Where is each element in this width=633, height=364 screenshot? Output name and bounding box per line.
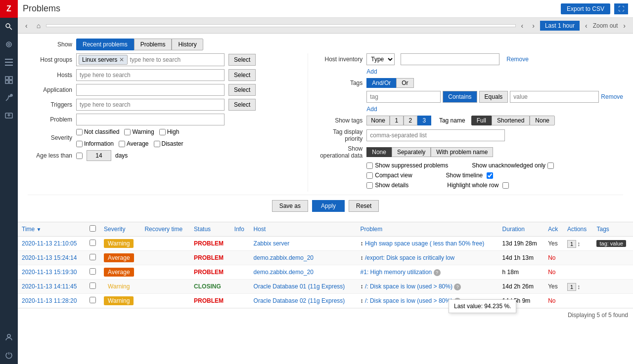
nav-prev2-button[interactable]: ‹: [582, 20, 591, 31]
apply-button[interactable]: Apply: [312, 200, 345, 212]
tags-add-link[interactable]: Add: [366, 106, 377, 113]
action-icon[interactable]: ↕: [577, 240, 581, 247]
hosts-input[interactable]: [76, 69, 225, 81]
inventory-add-link[interactable]: Add: [366, 68, 377, 75]
host-link[interactable]: Oracle Database 02 (11g Express): [254, 297, 345, 304]
problem-link[interactable]: /: Disk space is low (used > 80%): [365, 297, 452, 304]
op-with-problem-button[interactable]: With problem name: [431, 147, 493, 157]
nav-home-button[interactable]: ⌂: [33, 20, 44, 31]
suppressed-checkbox[interactable]: [366, 162, 373, 169]
row-checkbox[interactable]: [90, 268, 96, 275]
host-link[interactable]: Oracle Database 01 (11g Express): [254, 283, 345, 290]
severity-warning-check[interactable]: [124, 129, 131, 135]
sidebar-icon-search[interactable]: [0, 18, 18, 36]
col-recovery[interactable]: Recovery time: [140, 222, 190, 237]
show-tags-1-button[interactable]: 1: [390, 116, 404, 125]
timeline-checkbox[interactable]: [487, 172, 493, 179]
col-checkbox[interactable]: [86, 222, 100, 237]
severity-not-classified-check[interactable]: [76, 129, 83, 135]
row-checkbox[interactable]: [90, 240, 96, 246]
host-link[interactable]: Zabbix server: [254, 240, 290, 247]
time-cell[interactable]: 2020-11-13 21:10:05: [18, 237, 86, 251]
inventory-remove-link[interactable]: Remove: [506, 56, 529, 63]
show-recent-problems-button[interactable]: Recent problems: [76, 39, 134, 50]
severity-information-check[interactable]: [76, 141, 83, 147]
severity-disaster-check[interactable]: [154, 141, 160, 147]
severity-high-check[interactable]: [159, 129, 166, 135]
nav-next2-button[interactable]: ›: [620, 20, 629, 31]
col-tags[interactable]: Tags: [592, 222, 633, 237]
nav-prev-button[interactable]: ‹: [518, 20, 527, 31]
show-problems-button[interactable]: Problems: [134, 39, 172, 50]
andor-button[interactable]: And/Or: [366, 78, 396, 88]
host-group-remove-icon[interactable]: ✕: [119, 56, 124, 63]
show-history-button[interactable]: History: [172, 39, 203, 50]
problem-link[interactable]: High swap space usage ( less than 50% fr…: [365, 240, 484, 247]
highlight-checkbox[interactable]: [502, 182, 509, 189]
sidebar-icon-dashboard[interactable]: [0, 71, 18, 89]
tag-priority-input[interactable]: [366, 129, 505, 141]
tag-contains-button[interactable]: Contains: [443, 91, 477, 103]
severity-average-check[interactable]: [119, 141, 125, 147]
age-checkbox[interactable]: [76, 153, 83, 159]
host-groups-search-input[interactable]: [130, 56, 222, 63]
problem-link[interactable]: /: Disk space is low (used > 80%): [365, 283, 452, 290]
row-checkbox[interactable]: [90, 297, 96, 303]
hosts-select-button[interactable]: Select: [228, 69, 256, 81]
help-icon[interactable]: ?: [434, 269, 441, 276]
host-groups-select-button[interactable]: Select: [228, 54, 256, 66]
row-checkbox[interactable]: [90, 254, 96, 260]
time-cell[interactable]: 2020-11-13 15:24:14: [18, 251, 86, 265]
row-checkbox[interactable]: [90, 283, 96, 289]
host-link[interactable]: demo.zabbix.demo_20: [254, 254, 314, 261]
triggers-select-button[interactable]: Select: [228, 99, 256, 111]
tag-key-input[interactable]: [366, 91, 441, 103]
nav-back-button[interactable]: ‹: [22, 20, 31, 31]
fullscreen-button[interactable]: ⛶: [614, 3, 628, 14]
host-groups-container[interactable]: Linux servers ✕: [76, 53, 225, 66]
or-button[interactable]: Or: [396, 78, 413, 88]
tag-name-shortened-button[interactable]: Shortened: [492, 116, 530, 125]
application-select-button[interactable]: Select: [228, 84, 256, 96]
sidebar-icon-power[interactable]: [0, 346, 18, 364]
inventory-value-input[interactable]: [401, 53, 499, 65]
show-tags-none-button[interactable]: None: [366, 116, 390, 125]
inventory-type-select[interactable]: Type: [366, 53, 395, 65]
unacked-checkbox[interactable]: [547, 162, 554, 169]
save-as-button[interactable]: Save as: [272, 200, 308, 212]
select-all-checkbox[interactable]: [90, 225, 96, 232]
nav-next-button[interactable]: ›: [529, 20, 538, 31]
col-severity[interactable]: Severity: [100, 222, 140, 237]
col-actions[interactable]: Actions: [563, 222, 593, 237]
op-none-button[interactable]: None: [366, 147, 392, 157]
age-input[interactable]: [87, 150, 111, 161]
op-separately-button[interactable]: Separately: [392, 147, 431, 157]
details-checkbox[interactable]: [366, 182, 373, 189]
sidebar-icon-monitor[interactable]: [0, 36, 18, 53]
sidebar-logo[interactable]: Z: [0, 0, 18, 18]
time-cell[interactable]: 2020-11-13 15:19:30: [18, 265, 86, 280]
triggers-input[interactable]: [76, 99, 225, 111]
sidebar-icon-add[interactable]: [0, 107, 18, 124]
application-input[interactable]: [76, 84, 225, 96]
export-csv-button[interactable]: Export to CSV: [561, 3, 610, 14]
action-icon[interactable]: ↕: [577, 283, 581, 290]
col-info[interactable]: Info: [230, 222, 250, 237]
help-icon[interactable]: ?: [454, 283, 461, 290]
problem-link[interactable]: #1: High memory utilization: [361, 269, 432, 276]
col-host[interactable]: Host: [250, 222, 357, 237]
tag-remove-link[interactable]: Remove: [601, 93, 623, 100]
tag-equals-button[interactable]: Equals: [479, 91, 508, 103]
col-time[interactable]: Time ▼: [18, 222, 86, 237]
time-range-button[interactable]: Last 1 hour: [540, 21, 580, 31]
time-cell[interactable]: 2020-11-13 11:28:20: [18, 294, 86, 308]
col-problem[interactable]: Problem: [357, 222, 498, 237]
show-tags-3-button[interactable]: 3: [417, 116, 431, 125]
time-cell[interactable]: 2020-11-13 14:11:45: [18, 280, 86, 294]
tag-name-full-button[interactable]: Full: [471, 116, 492, 125]
sidebar-icon-tools[interactable]: [0, 89, 18, 107]
compact-checkbox[interactable]: [366, 172, 373, 179]
sidebar-icon-menu[interactable]: [0, 53, 18, 71]
tag-name-none-button[interactable]: None: [530, 116, 555, 125]
host-link[interactable]: demo.zabbix.demo_20: [254, 269, 314, 276]
